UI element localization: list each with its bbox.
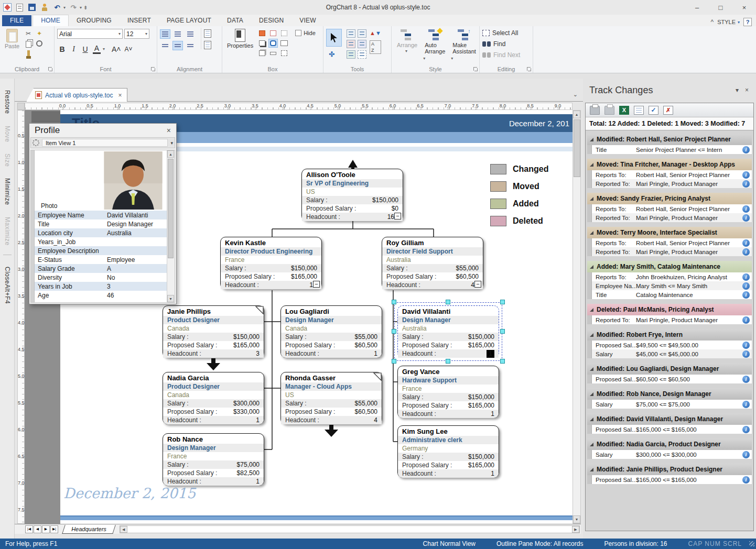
align-bottom-icon[interactable] <box>185 41 196 50</box>
print-preview-icon[interactable] <box>604 106 614 115</box>
track-change-group-header[interactable]: Modified: Robert Hall, Senior Project Pl… <box>587 134 752 145</box>
track-change-group-header[interactable]: Modified: Nadia Garcia, Product Designer <box>587 438 752 450</box>
info-icon[interactable]: i <box>742 426 750 433</box>
info-icon[interactable]: i <box>742 146 750 153</box>
hide-checkbox[interactable]: Hide <box>295 30 316 36</box>
cut-icon[interactable]: ✂ <box>24 29 33 38</box>
org-box-rhonda[interactable]: Rhonda GasserManager - Cloud AppsUSSalar… <box>280 372 382 424</box>
last-sheet-icon[interactable]: ▶| <box>50 525 58 533</box>
clear-format-icon[interactable]: ✦ <box>35 29 44 38</box>
info-icon[interactable]: i <box>742 350 750 358</box>
track-change-group-header[interactable]: Modified: Robert Frye, Intern <box>587 329 752 341</box>
selection-handle[interactable] <box>500 329 505 334</box>
track-change-group-header[interactable]: Moved: Terry Moore, Interface Specialist <box>587 227 752 238</box>
tab-view[interactable]: VIEW <box>291 15 323 26</box>
underline-button[interactable]: U <box>81 45 89 53</box>
info-icon[interactable]: i <box>742 476 750 484</box>
box-size-icon[interactable] <box>279 39 289 48</box>
shrink-font-button[interactable]: A˅ <box>125 46 133 53</box>
document-tab-close-icon[interactable]: × <box>116 92 122 99</box>
collapse-button-icon[interactable]: − <box>474 281 481 288</box>
assistant-icon[interactable] <box>357 39 366 48</box>
prev-sheet-icon[interactable]: ◀ <box>34 525 41 533</box>
editing-dialog-launcher-icon[interactable] <box>526 66 532 72</box>
style-dialog-launcher-icon[interactable] <box>472 66 478 72</box>
window-menu-closealt-f4[interactable]: CloseAlt+F4 <box>4 267 11 304</box>
font-family-select[interactable]: Arial▾ <box>57 29 123 39</box>
find-button[interactable]: Find <box>482 39 505 49</box>
info-icon[interactable]: i <box>742 291 750 299</box>
bold-button[interactable]: B <box>58 45 66 53</box>
tab-overflow-icon[interactable]: ⌄ <box>573 91 578 98</box>
style-button[interactable]: STYLE▾ <box>717 19 740 25</box>
track-change-group-header[interactable]: Modified: Lou Gagliardi, Design Manager <box>587 363 752 375</box>
font-size-select[interactable]: 12▾ <box>124 29 149 39</box>
export-excel-icon[interactable]: X <box>619 106 629 115</box>
info-icon[interactable]: i <box>742 205 750 213</box>
scroll-right-icon[interactable]: ▶ <box>572 526 579 533</box>
org-box-david[interactable]: David VillalantiDesign ManagerAustraliaS… <box>397 305 499 358</box>
profile-scrollbar[interactable]: ▲ ▼ <box>167 150 175 302</box>
selection-handle[interactable] <box>446 359 450 364</box>
profile-close-icon[interactable]: × <box>167 126 171 135</box>
expand-triangle-icon[interactable] <box>590 308 593 312</box>
maximize-button[interactable]: □ <box>709 1 732 15</box>
move-tool-icon[interactable]: ✣ <box>326 48 338 60</box>
scroll-up-icon[interactable]: ▲ <box>573 111 580 118</box>
org-box-rob[interactable]: Rob NanceDesign ManagerFranceSalary :$75… <box>163 433 264 486</box>
collapse-button-icon[interactable]: − <box>313 281 320 288</box>
expand-triangle-icon[interactable] <box>590 138 593 141</box>
grow-font-button[interactable]: A˄ <box>112 45 121 53</box>
sort-az-icon[interactable]: AZ <box>370 40 381 54</box>
gear-icon[interactable] <box>33 139 39 146</box>
info-icon[interactable]: i <box>742 376 750 383</box>
stamp-icon[interactable] <box>35 39 44 48</box>
scroll-down-icon[interactable]: ▼ <box>573 515 580 523</box>
clipboard-dialog-launcher-icon[interactable] <box>47 66 53 72</box>
org-box-nadia[interactable]: Nadia GarciaProduct DesignerCanadaSalary… <box>163 372 264 424</box>
track-change-group-header[interactable]: Modified: Rob Nance, Design Manager <box>587 388 752 400</box>
org-box-kevin[interactable]: Kevin KastleDirector Product Engineering… <box>220 237 322 289</box>
redo-dropdown-icon[interactable]: ▾ <box>80 5 82 10</box>
align-middle-icon[interactable] <box>172 41 183 50</box>
profile-scroll-down-icon[interactable]: ▼ <box>167 295 174 302</box>
subordinate-icon[interactable] <box>346 39 355 48</box>
swap-icon[interactable]: ▲▼ <box>370 30 381 36</box>
align-center-icon[interactable] <box>172 29 183 39</box>
canvas-vertical-scrollbar[interactable]: ▲ ▼ <box>573 110 581 524</box>
save-icon[interactable] <box>27 3 37 12</box>
org-box-greg[interactable]: Greg VanceHardware SupportFranceSalary :… <box>397 366 499 418</box>
box-shape-icon[interactable] <box>268 39 278 48</box>
peer-icon[interactable] <box>346 50 355 59</box>
tab-home[interactable]: HOME <box>33 15 69 26</box>
qat-customize-icon[interactable]: ⇟ <box>83 5 88 10</box>
selection-handle[interactable] <box>500 300 505 304</box>
sheet-tab-headquarters[interactable]: Headquarters <box>62 525 115 534</box>
selection-handle[interactable] <box>392 329 396 334</box>
track-change-group-header[interactable]: Modified: David Villalanti, Design Manag… <box>587 413 752 425</box>
scroll-left-icon[interactable]: ◀ <box>120 526 127 533</box>
expand-triangle-icon[interactable] <box>590 443 593 446</box>
collapse-ribbon-icon[interactable]: ^ <box>710 18 714 26</box>
info-icon[interactable]: i <box>742 248 750 256</box>
box-duplicate-icon[interactable] <box>257 49 267 58</box>
box-connector-icon[interactable] <box>268 29 278 38</box>
select-all-button[interactable]: Select All <box>482 28 518 38</box>
font-color-dropdown-icon[interactable]: ▾ <box>103 47 105 51</box>
org-box-lou[interactable]: Lou GagliardiDesign ManagerCanadaSalary … <box>280 305 382 358</box>
selection-handle[interactable] <box>500 359 505 364</box>
window-menu-restore[interactable]: Restore <box>4 90 11 114</box>
org-box-allison[interactable]: Allison O'TooleSr VP of EngineeringUSSal… <box>301 169 403 221</box>
box-fit-icon[interactable] <box>279 49 289 58</box>
make-assistant-button[interactable]: ↑ MakeAssistant ▾ <box>450 28 479 62</box>
panel-dropdown-icon[interactable]: ▾ <box>736 86 739 94</box>
person-icon[interactable] <box>40 3 49 12</box>
selection-handle[interactable] <box>392 300 396 304</box>
accept-changes-icon[interactable]: ✓ <box>649 106 658 115</box>
collapse-button-icon[interactable]: − <box>394 213 401 219</box>
track-change-group-header[interactable]: Moved: Sandy Frazier, Pricing Analyst <box>587 193 752 204</box>
select-branch-icon[interactable] <box>357 50 366 59</box>
org-box-janie[interactable]: Janie PhillipsProduct DesignerCanadaSala… <box>163 305 264 358</box>
info-icon[interactable]: i <box>742 316 750 324</box>
redo-icon[interactable]: ↷ <box>69 3 78 12</box>
